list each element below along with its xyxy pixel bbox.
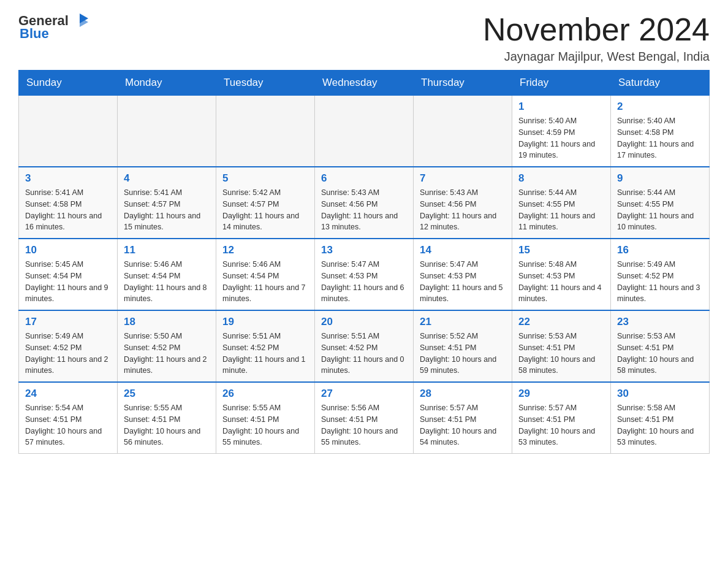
day-info: Sunrise: 5:52 AM Sunset: 4:51 PM Dayligh…: [420, 331, 506, 377]
day-info: Sunrise: 5:51 AM Sunset: 4:52 PM Dayligh…: [321, 331, 407, 377]
day-info: Sunrise: 5:51 AM Sunset: 4:52 PM Dayligh…: [222, 331, 308, 377]
table-row: 28Sunrise: 5:57 AM Sunset: 4:51 PM Dayli…: [414, 382, 512, 454]
day-info: Sunrise: 5:47 AM Sunset: 4:53 PM Dayligh…: [321, 259, 407, 305]
header-wednesday: Wednesday: [315, 71, 414, 96]
logo: General Blue: [18, 12, 89, 42]
day-info: Sunrise: 5:42 AM Sunset: 4:57 PM Dayligh…: [222, 187, 308, 233]
table-row: 8Sunrise: 5:44 AM Sunset: 4:55 PM Daylig…: [512, 167, 611, 239]
day-info: Sunrise: 5:41 AM Sunset: 4:58 PM Dayligh…: [25, 187, 111, 233]
day-info: Sunrise: 5:41 AM Sunset: 4:57 PM Dayligh…: [124, 187, 210, 233]
day-number: 19: [222, 316, 308, 328]
day-number: 15: [518, 244, 604, 256]
header-monday: Monday: [118, 71, 216, 96]
table-row: 1Sunrise: 5:40 AM Sunset: 4:59 PM Daylig…: [512, 96, 611, 167]
header-saturday: Saturday: [611, 71, 710, 96]
table-row: 25Sunrise: 5:55 AM Sunset: 4:51 PM Dayli…: [118, 382, 216, 454]
table-row: 17Sunrise: 5:49 AM Sunset: 4:52 PM Dayli…: [19, 310, 118, 382]
calendar-header-row: Sunday Monday Tuesday Wednesday Thursday…: [19, 71, 710, 96]
table-row: [216, 96, 315, 167]
day-number: 26: [222, 388, 308, 400]
day-number: 14: [420, 244, 506, 256]
calendar-week-row: 24Sunrise: 5:54 AM Sunset: 4:51 PM Dayli…: [19, 382, 710, 454]
logo-flag-icon: [70, 12, 89, 29]
day-info: Sunrise: 5:45 AM Sunset: 4:54 PM Dayligh…: [25, 259, 111, 305]
table-row: 15Sunrise: 5:48 AM Sunset: 4:53 PM Dayli…: [512, 239, 611, 310]
day-info: Sunrise: 5:53 AM Sunset: 4:51 PM Dayligh…: [518, 331, 604, 377]
day-number: 21: [420, 316, 506, 328]
day-info: Sunrise: 5:57 AM Sunset: 4:51 PM Dayligh…: [518, 402, 604, 448]
day-info: Sunrise: 5:40 AM Sunset: 4:59 PM Dayligh…: [518, 115, 604, 161]
day-number: 4: [124, 172, 210, 185]
day-number: 13: [321, 244, 407, 256]
table-row: 14Sunrise: 5:47 AM Sunset: 4:53 PM Dayli…: [414, 239, 512, 310]
table-row: [315, 96, 414, 167]
day-info: Sunrise: 5:48 AM Sunset: 4:53 PM Dayligh…: [518, 259, 604, 305]
calendar-table: Sunday Monday Tuesday Wednesday Thursday…: [18, 70, 710, 454]
table-row: 16Sunrise: 5:49 AM Sunset: 4:52 PM Dayli…: [611, 239, 710, 310]
day-info: Sunrise: 5:58 AM Sunset: 4:51 PM Dayligh…: [617, 402, 703, 448]
table-row: [414, 96, 512, 167]
header-tuesday: Tuesday: [216, 71, 315, 96]
table-row: 27Sunrise: 5:56 AM Sunset: 4:51 PM Dayli…: [315, 382, 414, 454]
day-number: 27: [321, 388, 407, 400]
day-info: Sunrise: 5:55 AM Sunset: 4:51 PM Dayligh…: [124, 402, 210, 448]
day-info: Sunrise: 5:57 AM Sunset: 4:51 PM Dayligh…: [420, 402, 506, 448]
header-thursday: Thursday: [414, 71, 512, 96]
day-number: 17: [25, 316, 111, 328]
table-row: [19, 96, 118, 167]
day-info: Sunrise: 5:43 AM Sunset: 4:56 PM Dayligh…: [420, 187, 506, 233]
day-info: Sunrise: 5:56 AM Sunset: 4:51 PM Dayligh…: [321, 402, 407, 448]
day-number: 25: [124, 388, 210, 400]
day-info: Sunrise: 5:53 AM Sunset: 4:51 PM Dayligh…: [617, 331, 703, 377]
day-info: Sunrise: 5:49 AM Sunset: 4:52 PM Dayligh…: [617, 259, 703, 305]
day-number: 6: [321, 172, 407, 185]
table-row: [118, 96, 216, 167]
day-info: Sunrise: 5:40 AM Sunset: 4:58 PM Dayligh…: [617, 115, 703, 161]
day-number: 30: [617, 388, 703, 400]
logo-blue-text: Blue: [20, 26, 49, 42]
calendar-week-row: 17Sunrise: 5:49 AM Sunset: 4:52 PM Dayli…: [19, 310, 710, 382]
table-row: 3Sunrise: 5:41 AM Sunset: 4:58 PM Daylig…: [19, 167, 118, 239]
table-row: 4Sunrise: 5:41 AM Sunset: 4:57 PM Daylig…: [118, 167, 216, 239]
table-row: 22Sunrise: 5:53 AM Sunset: 4:51 PM Dayli…: [512, 310, 611, 382]
day-number: 7: [420, 172, 506, 185]
day-info: Sunrise: 5:46 AM Sunset: 4:54 PM Dayligh…: [222, 259, 308, 305]
table-row: 11Sunrise: 5:46 AM Sunset: 4:54 PM Dayli…: [118, 239, 216, 310]
day-number: 11: [124, 244, 210, 256]
day-number: 28: [420, 388, 506, 400]
day-number: 16: [617, 244, 703, 256]
day-info: Sunrise: 5:49 AM Sunset: 4:52 PM Dayligh…: [25, 331, 111, 377]
table-row: 6Sunrise: 5:43 AM Sunset: 4:56 PM Daylig…: [315, 167, 414, 239]
day-number: 29: [518, 388, 604, 400]
table-row: 7Sunrise: 5:43 AM Sunset: 4:56 PM Daylig…: [414, 167, 512, 239]
calendar-week-row: 10Sunrise: 5:45 AM Sunset: 4:54 PM Dayli…: [19, 239, 710, 310]
day-number: 23: [617, 316, 703, 328]
day-number: 1: [518, 101, 604, 113]
table-row: 24Sunrise: 5:54 AM Sunset: 4:51 PM Dayli…: [19, 382, 118, 454]
table-row: 26Sunrise: 5:55 AM Sunset: 4:51 PM Dayli…: [216, 382, 315, 454]
month-title: November 2024: [483, 12, 710, 47]
location-title: Jaynagar Majilpur, West Bengal, India: [483, 50, 710, 64]
table-row: 30Sunrise: 5:58 AM Sunset: 4:51 PM Dayli…: [611, 382, 710, 454]
day-info: Sunrise: 5:44 AM Sunset: 4:55 PM Dayligh…: [518, 187, 604, 233]
page-header: General Blue November 2024 Jaynagar Maji…: [18, 12, 710, 64]
day-number: 12: [222, 244, 308, 256]
day-number: 9: [617, 172, 703, 185]
table-row: 2Sunrise: 5:40 AM Sunset: 4:58 PM Daylig…: [611, 96, 710, 167]
day-info: Sunrise: 5:44 AM Sunset: 4:55 PM Dayligh…: [617, 187, 703, 233]
calendar-week-row: 3Sunrise: 5:41 AM Sunset: 4:58 PM Daylig…: [19, 167, 710, 239]
table-row: 12Sunrise: 5:46 AM Sunset: 4:54 PM Dayli…: [216, 239, 315, 310]
day-number: 8: [518, 172, 604, 185]
day-number: 2: [617, 101, 703, 113]
day-number: 18: [124, 316, 210, 328]
table-row: 23Sunrise: 5:53 AM Sunset: 4:51 PM Dayli…: [611, 310, 710, 382]
table-row: 19Sunrise: 5:51 AM Sunset: 4:52 PM Dayli…: [216, 310, 315, 382]
table-row: 10Sunrise: 5:45 AM Sunset: 4:54 PM Dayli…: [19, 239, 118, 310]
header-sunday: Sunday: [19, 71, 118, 96]
day-number: 20: [321, 316, 407, 328]
day-info: Sunrise: 5:54 AM Sunset: 4:51 PM Dayligh…: [25, 402, 111, 448]
header-friday: Friday: [512, 71, 611, 96]
calendar-week-row: 1Sunrise: 5:40 AM Sunset: 4:59 PM Daylig…: [19, 96, 710, 167]
day-number: 24: [25, 388, 111, 400]
day-number: 10: [25, 244, 111, 256]
